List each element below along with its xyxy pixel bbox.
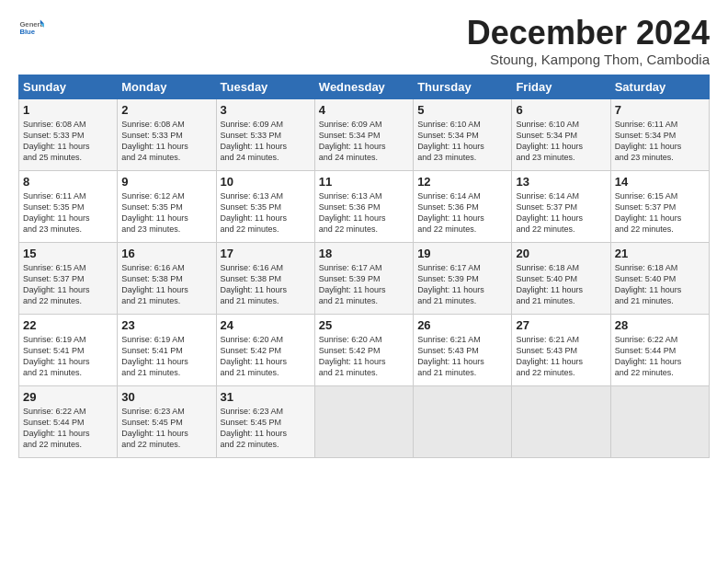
calendar-cell: 10Sunrise: 6:13 AM Sunset: 5:35 PM Dayli… [216, 170, 314, 242]
page: General Blue December 2024 Stoung, Kampo… [0, 0, 728, 467]
day-number: 3 [221, 103, 311, 117]
day-detail: Sunrise: 6:22 AM Sunset: 5:44 PM Dayligh… [615, 334, 705, 379]
calendar-cell: 16Sunrise: 6:16 AM Sunset: 5:38 PM Dayli… [118, 242, 216, 314]
day-number: 21 [615, 247, 705, 260]
day-number: 25 [319, 318, 409, 332]
day-detail: Sunrise: 6:15 AM Sunset: 5:37 PM Dayligh… [615, 190, 705, 236]
day-number: 23 [121, 318, 211, 332]
day-number: 18 [319, 247, 409, 260]
day-number: 19 [417, 247, 507, 260]
calendar-cell: 21Sunrise: 6:18 AM Sunset: 5:40 PM Dayli… [610, 242, 709, 314]
calendar-cell: 14Sunrise: 6:15 AM Sunset: 5:37 PM Dayli… [610, 170, 709, 242]
day-number: 12 [417, 175, 507, 189]
calendar-cell: 12Sunrise: 6:14 AM Sunset: 5:36 PM Dayli… [414, 170, 512, 242]
day-detail: Sunrise: 6:12 AM Sunset: 5:35 PM Dayligh… [121, 190, 211, 236]
calendar-cell [512, 385, 610, 457]
day-detail: Sunrise: 6:19 AM Sunset: 5:41 PM Dayligh… [121, 334, 211, 379]
day-detail: Sunrise: 6:20 AM Sunset: 5:42 PM Dayligh… [221, 334, 311, 379]
calendar-cell: 28Sunrise: 6:22 AM Sunset: 5:44 PM Dayli… [610, 314, 709, 385]
title-section: December 2024 Stoung, Kampong Thom, Camb… [467, 15, 710, 67]
day-detail: Sunrise: 6:22 AM Sunset: 5:44 PM Dayligh… [23, 406, 113, 451]
calendar-cell: 9Sunrise: 6:12 AM Sunset: 5:35 PM Daylig… [118, 170, 216, 242]
day-number: 7 [615, 103, 705, 117]
calendar-row-2: 15Sunrise: 6:15 AM Sunset: 5:37 PM Dayli… [19, 242, 710, 314]
calendar-cell: 25Sunrise: 6:20 AM Sunset: 5:42 PM Dayli… [314, 314, 413, 385]
svg-text:Blue: Blue [19, 28, 35, 36]
calendar-table: Sunday Monday Tuesday Wednesday Thursday… [18, 75, 710, 458]
day-number: 10 [221, 175, 311, 189]
day-detail: Sunrise: 6:17 AM Sunset: 5:39 PM Dayligh… [319, 262, 409, 307]
day-detail: Sunrise: 6:08 AM Sunset: 5:33 PM Dayligh… [121, 119, 211, 164]
calendar-cell: 2Sunrise: 6:08 AM Sunset: 5:33 PM Daylig… [118, 98, 216, 170]
day-number: 20 [516, 247, 606, 260]
day-detail: Sunrise: 6:11 AM Sunset: 5:34 PM Dayligh… [615, 119, 705, 164]
calendar-cell: 7Sunrise: 6:11 AM Sunset: 5:34 PM Daylig… [610, 98, 709, 170]
day-number: 9 [121, 175, 211, 189]
calendar-header-row: Sunday Monday Tuesday Wednesday Thursday… [19, 75, 710, 98]
calendar-cell: 13Sunrise: 6:14 AM Sunset: 5:37 PM Dayli… [512, 170, 610, 242]
month-title: December 2024 [467, 15, 710, 52]
day-number: 15 [23, 247, 113, 260]
calendar-cell: 19Sunrise: 6:17 AM Sunset: 5:39 PM Dayli… [414, 242, 512, 314]
logo: General Blue [18, 15, 44, 40]
calendar-cell: 8Sunrise: 6:11 AM Sunset: 5:35 PM Daylig… [19, 170, 118, 242]
day-detail: Sunrise: 6:21 AM Sunset: 5:43 PM Dayligh… [516, 334, 606, 379]
day-number: 4 [319, 103, 409, 117]
day-detail: Sunrise: 6:23 AM Sunset: 5:45 PM Dayligh… [221, 406, 311, 451]
day-detail: Sunrise: 6:09 AM Sunset: 5:34 PM Dayligh… [319, 119, 409, 164]
col-sunday: Sunday [19, 75, 118, 98]
calendar-cell: 30Sunrise: 6:23 AM Sunset: 5:45 PM Dayli… [118, 385, 216, 457]
calendar-cell: 24Sunrise: 6:20 AM Sunset: 5:42 PM Dayli… [216, 314, 314, 385]
calendar-row-0: 1Sunrise: 6:08 AM Sunset: 5:33 PM Daylig… [19, 98, 710, 170]
day-number: 6 [516, 103, 606, 117]
calendar-cell: 22Sunrise: 6:19 AM Sunset: 5:41 PM Dayli… [19, 314, 118, 385]
day-detail: Sunrise: 6:14 AM Sunset: 5:37 PM Dayligh… [516, 190, 606, 236]
day-number: 24 [221, 318, 311, 332]
calendar-cell [414, 385, 512, 457]
header: General Blue December 2024 Stoung, Kampo… [18, 15, 710, 67]
calendar-row-4: 29Sunrise: 6:22 AM Sunset: 5:44 PM Dayli… [19, 385, 710, 457]
day-number: 16 [121, 247, 211, 260]
day-detail: Sunrise: 6:20 AM Sunset: 5:42 PM Dayligh… [319, 334, 409, 379]
day-detail: Sunrise: 6:10 AM Sunset: 5:34 PM Dayligh… [516, 119, 606, 164]
day-detail: Sunrise: 6:11 AM Sunset: 5:35 PM Dayligh… [23, 190, 113, 236]
day-number: 11 [319, 175, 409, 189]
subtitle: Stoung, Kampong Thom, Cambodia [467, 52, 710, 67]
calendar-cell: 17Sunrise: 6:16 AM Sunset: 5:38 PM Dayli… [216, 242, 314, 314]
day-detail: Sunrise: 6:16 AM Sunset: 5:38 PM Dayligh… [121, 262, 211, 307]
calendar-cell: 27Sunrise: 6:21 AM Sunset: 5:43 PM Dayli… [512, 314, 610, 385]
calendar-cell: 15Sunrise: 6:15 AM Sunset: 5:37 PM Dayli… [19, 242, 118, 314]
day-detail: Sunrise: 6:16 AM Sunset: 5:38 PM Dayligh… [221, 262, 311, 307]
day-number: 17 [221, 247, 311, 260]
calendar-cell: 6Sunrise: 6:10 AM Sunset: 5:34 PM Daylig… [512, 98, 610, 170]
col-tuesday: Tuesday [216, 75, 314, 98]
calendar-row-1: 8Sunrise: 6:11 AM Sunset: 5:35 PM Daylig… [19, 170, 710, 242]
day-number: 28 [615, 318, 705, 332]
day-detail: Sunrise: 6:15 AM Sunset: 5:37 PM Dayligh… [23, 262, 113, 307]
day-number: 14 [615, 175, 705, 189]
day-number: 2 [121, 103, 211, 117]
day-detail: Sunrise: 6:23 AM Sunset: 5:45 PM Dayligh… [121, 406, 211, 451]
day-number: 30 [121, 390, 211, 404]
day-number: 31 [221, 390, 311, 404]
logo-icon: General Blue [18, 15, 44, 40]
day-number: 1 [23, 103, 113, 117]
calendar-cell: 31Sunrise: 6:23 AM Sunset: 5:45 PM Dayli… [216, 385, 314, 457]
col-saturday: Saturday [610, 75, 709, 98]
col-friday: Friday [512, 75, 610, 98]
day-number: 22 [23, 318, 113, 332]
calendar-cell: 18Sunrise: 6:17 AM Sunset: 5:39 PM Dayli… [314, 242, 413, 314]
calendar-cell: 5Sunrise: 6:10 AM Sunset: 5:34 PM Daylig… [414, 98, 512, 170]
calendar-cell [610, 385, 709, 457]
day-detail: Sunrise: 6:09 AM Sunset: 5:33 PM Dayligh… [221, 119, 311, 164]
calendar-cell: 29Sunrise: 6:22 AM Sunset: 5:44 PM Dayli… [19, 385, 118, 457]
day-detail: Sunrise: 6:13 AM Sunset: 5:36 PM Dayligh… [319, 190, 409, 236]
calendar-cell [314, 385, 413, 457]
calendar-cell: 4Sunrise: 6:09 AM Sunset: 5:34 PM Daylig… [314, 98, 413, 170]
day-detail: Sunrise: 6:17 AM Sunset: 5:39 PM Dayligh… [417, 262, 507, 307]
day-detail: Sunrise: 6:14 AM Sunset: 5:36 PM Dayligh… [417, 190, 507, 236]
col-wednesday: Wednesday [314, 75, 413, 98]
calendar-cell: 1Sunrise: 6:08 AM Sunset: 5:33 PM Daylig… [19, 98, 118, 170]
calendar-cell: 3Sunrise: 6:09 AM Sunset: 5:33 PM Daylig… [216, 98, 314, 170]
day-number: 27 [516, 318, 606, 332]
